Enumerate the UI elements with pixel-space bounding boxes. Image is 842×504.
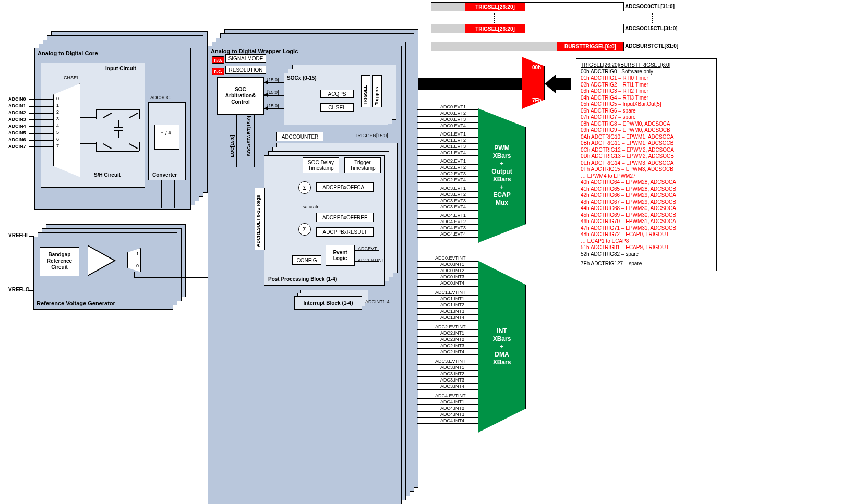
- muxn3: 3: [56, 116, 59, 121]
- int3-0: ADC3.EVTINT: [435, 359, 466, 364]
- evt0-2: ADC0.EVT3: [440, 117, 466, 122]
- int3-1: ADC3.INT1: [440, 365, 464, 370]
- adcin0: ADCIN0: [8, 96, 26, 102]
- bigarrow-body: [411, 78, 531, 90]
- eoc-label: EOC[15:0]: [230, 134, 235, 157]
- int0-1: ADC0.INT1: [440, 262, 464, 267]
- int4-3: ADC4.INT3: [440, 412, 464, 417]
- saturate: saturate: [303, 204, 320, 210]
- adcin6: ADCIN6: [8, 137, 26, 142]
- chsel: CHSEL: [320, 103, 354, 112]
- evt3-0: ADC3.EVT1: [440, 186, 466, 191]
- int2-1: ADC2.INT1: [440, 330, 464, 336]
- socx-title: SOCx (0-15): [287, 75, 317, 81]
- muxn4: 4: [56, 123, 59, 128]
- regbar-soc0-label: ADCSOC0CTL[31:0]: [625, 4, 675, 9]
- event-logic: Event Logic: [326, 245, 355, 266]
- vreflo: VREFLO: [8, 287, 30, 292]
- regbar-soc15-label: ADCSOC15CTL[31:0]: [625, 26, 678, 31]
- acqps: ACQPS: [320, 90, 354, 98]
- evt4-3: ADC4.EVT4: [440, 231, 466, 237]
- adcin5: ADCIN5: [8, 130, 26, 136]
- evt3-2: ADC3.EVT3: [440, 198, 466, 203]
- int1-2: ADC1.INT2: [440, 302, 464, 308]
- greenmux-bot: INT XBars + DMA XBars: [478, 261, 526, 433]
- red-mux-00: 00h: [532, 65, 541, 70]
- int2-4: ADC2.INT4: [440, 349, 464, 354]
- vrefhi: VREFHI: [8, 232, 28, 238]
- trigts: Trigger Timestamp: [344, 157, 381, 173]
- int3-2: ADC3.INT2: [440, 371, 464, 376]
- sh-circuit: S/H Circuit: [94, 172, 121, 178]
- resolution: RESOLUTION: [225, 66, 266, 74]
- config: CONFIG: [292, 255, 321, 265]
- refmux1: 1: [136, 251, 139, 256]
- vdots-soc0-15: [494, 13, 495, 23]
- int3-4: ADC3.INT4: [440, 384, 464, 389]
- sigma2: Σ: [298, 223, 311, 236]
- evt0-3: ADC0.EVT4: [440, 123, 466, 128]
- evt1-3: ADC1.EVT4: [440, 150, 466, 155]
- bigarrow-body2: [555, 78, 571, 90]
- nc2: n.c.: [212, 68, 224, 75]
- adcin7: ADCIN7: [8, 144, 26, 149]
- regbar-burst-label: ADCBURSTCTL[31:0]: [625, 43, 678, 49]
- int4-1: ADC4.INT1: [440, 399, 464, 404]
- trigsel-legend: TRIGSEL[26:20]/BURSTTRIGSEL[6:0] 00h ADC…: [576, 58, 717, 271]
- refgen-title: Reference Voltage Generator: [37, 300, 115, 306]
- bus2: [15:0]: [267, 90, 279, 95]
- bus3: [15:0]: [267, 103, 279, 108]
- adcevtint: ADCEVTINT: [358, 257, 384, 263]
- int0-0: ADC0.EVTINT: [435, 255, 466, 261]
- evt2-3: ADC2.EVT4: [440, 177, 466, 182]
- int0-2: ADC0.INT2: [440, 268, 464, 273]
- intblk: Interrupt Block (1-4): [294, 296, 362, 310]
- int4-0: ADC4.EVTINT: [435, 393, 466, 398]
- evt1-2: ADC1.EVT3: [440, 144, 466, 149]
- adcin2: ADCIN2: [8, 110, 26, 115]
- red-mux-7f: 7Fh: [532, 97, 542, 103]
- vdots-soc0-15b: [652, 13, 654, 23]
- int4-4: ADC4.INT4: [440, 418, 464, 423]
- greenmux-top: PWM XBars + Output XBars + ECAP Mux: [478, 108, 526, 243]
- muxn1: 1: [56, 103, 59, 108]
- ppbresult: ADCPPBxRESULT: [316, 227, 374, 237]
- muxn2: 2: [56, 109, 59, 115]
- evt4-0: ADC4.EVT1: [440, 213, 466, 218]
- adcint: ADCINT1-4: [365, 299, 390, 304]
- int1-4: ADC1.INT4: [440, 315, 464, 320]
- soc-arb: SOC Arbitration& Control: [217, 77, 264, 115]
- evt4-2: ADC4.EVT3: [440, 225, 466, 230]
- adcresult-lab: ADCRESULT 0-15 Regs: [256, 195, 261, 247]
- trigsel-v-lab: TRIGSEL: [363, 85, 368, 105]
- signalmode: SIGNALMODE: [225, 54, 266, 63]
- int2-3: ADC2.INT3: [440, 343, 464, 348]
- offcal: ADCPPBxOFFCAL: [316, 182, 374, 192]
- evt2-1: ADC2.EVT2: [440, 165, 466, 170]
- wrapper-title: Analog to Digital Wrapper Logic: [211, 48, 298, 54]
- converter-inner: [154, 125, 179, 150]
- adcin3: ADCIN3: [8, 117, 26, 122]
- evt0-1: ADC0.EVT2: [440, 110, 466, 116]
- regbar-burst: BURSTTRIGSEL[6:0]: [431, 42, 624, 51]
- int1-1: ADC1.INT1: [440, 296, 464, 301]
- trigger-bus: TRIGGER[15:0]: [355, 133, 388, 138]
- regbar-soc15: TRIGSEL[26:20]: [431, 24, 624, 33]
- adccounter: ADCCOUNTER: [276, 132, 323, 141]
- adcin1: ADCIN1: [8, 103, 26, 108]
- int1-0: ADC1.EVTINT: [435, 290, 466, 295]
- evt0-0: ADC0.EVT1: [440, 104, 466, 109]
- int2-2: ADC2.INT2: [440, 337, 464, 342]
- bandgap: Bandgap Reference Circuit: [40, 247, 79, 276]
- triggers-v-lab: Triggers: [374, 87, 379, 105]
- int0-4: ADC0.INT4: [440, 280, 464, 286]
- evt1-1: ADC1.EVT2: [440, 138, 466, 143]
- muxn5: 5: [56, 130, 59, 135]
- socdelay: SOC Delay Timestamp: [303, 157, 339, 173]
- sigma1: Σ: [298, 181, 311, 194]
- int3-3: ADC3.INT3: [440, 377, 464, 383]
- regbar-soc0: TRIGSEL[26:20]: [431, 2, 624, 11]
- evt3-1: ADC3.EVT2: [440, 192, 466, 197]
- ppb-title: Post Processing Block (1-4): [268, 276, 337, 282]
- int2-0: ADC2.EVTINT: [435, 324, 466, 329]
